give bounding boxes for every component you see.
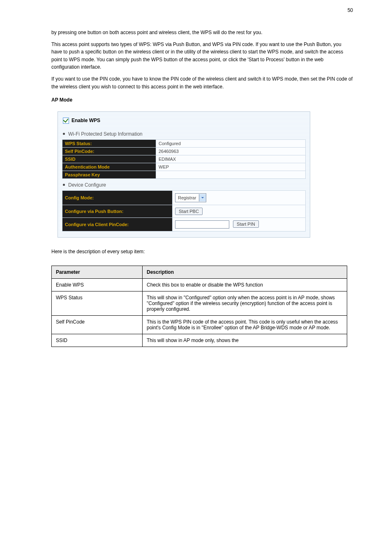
ap-mode-heading: AP Mode	[51, 96, 353, 104]
desc-param-self-pincode: Self PinCode	[52, 316, 143, 334]
label-configure-push-button: Configure via Push Button:	[62, 205, 173, 217]
enable-wps-label: Enable WPS	[71, 118, 100, 123]
bullet-icon	[63, 184, 65, 186]
desc-text-self-pincode: This is the WPS PIN code of the access p…	[143, 316, 347, 334]
wps-config-panel: Enable WPS Wi-Fi Protected Setup Informa…	[58, 111, 310, 238]
config-mode-select[interactable]: Registrar	[175, 193, 206, 202]
desc-text-ssid: This will show in AP mode only, shows th…	[143, 334, 347, 347]
row-auth-mode: Authentication Mode WEP	[62, 163, 306, 171]
row-self-pincode: Self PinCode: 26460963	[62, 147, 306, 155]
row-wps-status: WPS Status: Configured	[62, 139, 306, 147]
row-configure-push-button: Configure via Push Button: Start PBC	[62, 205, 306, 217]
desc-param-enable-wps: Enable WPS	[52, 279, 143, 291]
desc-text-wps-status: This will show in "Configured" option on…	[143, 291, 347, 316]
wps-info-table: WPS Status: Configured Self PinCode: 264…	[62, 139, 306, 179]
label-auth-mode: Authentication Mode	[62, 163, 156, 171]
intro-text: by pressing one button on both access po…	[51, 29, 353, 104]
bullet-icon	[63, 133, 65, 135]
page-number: 50	[348, 7, 353, 13]
row-passphrase-key: Passphrase Key	[62, 171, 306, 178]
wps-info-section-title: Wi-Fi Protected Setup Information	[62, 128, 306, 139]
desc-row-ssid: SSID This will show in AP mode only, sho…	[52, 334, 347, 347]
note-text: Here is the description of every setup i…	[51, 248, 353, 256]
label-config-mode: Config Mode:	[62, 190, 173, 205]
row-config-mode: Config Mode: Registrar	[62, 190, 306, 205]
desc-row-wps-status: WPS Status This will show in "Configured…	[52, 291, 347, 316]
value-self-pincode: 26460963	[156, 147, 306, 155]
value-passphrase-key	[156, 171, 306, 178]
label-passphrase-key: Passphrase Key	[62, 171, 156, 178]
label-wps-status: WPS Status:	[62, 139, 156, 147]
desc-text-enable-wps: Check this box to enable or disable the …	[143, 279, 347, 291]
label-configure-client-pincode: Configure via Client PinCode:	[62, 217, 173, 231]
device-configure-table: Config Mode: Registrar Configure via Pus…	[62, 190, 306, 231]
value-wps-status: Configured	[156, 139, 306, 147]
desc-param-ssid: SSID	[52, 334, 143, 347]
desc-header-parameter: Parameter	[52, 266, 143, 279]
row-ssid: SSID EDIMAX	[62, 155, 306, 163]
desc-header-description: Description	[143, 266, 347, 279]
value-auth-mode: WEP	[156, 163, 306, 171]
start-pbc-button[interactable]: Start PBC	[175, 208, 203, 215]
start-pin-button[interactable]: Start PIN	[233, 220, 259, 228]
row-configure-client-pincode: Configure via Client PinCode: Start PIN	[62, 217, 306, 231]
desc-param-wps-status: WPS Status	[52, 291, 143, 316]
description-table: Parameter Description Enable WPS Check t…	[51, 266, 347, 347]
client-pincode-input[interactable]	[175, 220, 229, 229]
desc-row-self-pincode: Self PinCode This is the WPS PIN code of…	[52, 316, 347, 334]
label-ssid: SSID	[62, 155, 156, 163]
desc-row-enable-wps: Enable WPS Check this box to enable or d…	[52, 279, 347, 291]
chevron-down-icon	[199, 194, 206, 201]
label-self-pincode: Self PinCode:	[62, 147, 156, 155]
device-configure-section-title: Device Configure	[62, 179, 306, 190]
enable-wps-checkbox[interactable]	[63, 118, 69, 124]
value-ssid: EDIMAX	[156, 155, 306, 163]
